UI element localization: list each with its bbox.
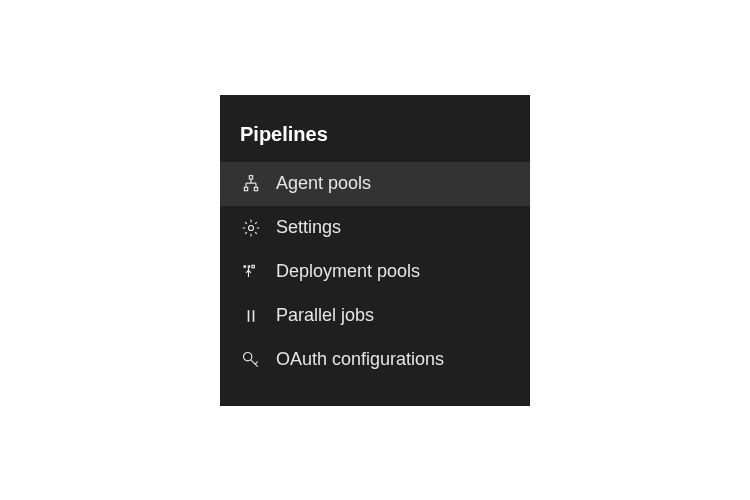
sidebar: Pipelines Agent pools Settings [220, 95, 530, 406]
sidebar-item-label: Deployment pools [276, 261, 420, 282]
key-icon [240, 349, 262, 371]
svg-point-7 [249, 225, 254, 230]
sidebar-item-agent-pools[interactable]: Agent pools [220, 162, 530, 206]
parallel-jobs-icon [240, 305, 262, 327]
svg-rect-1 [244, 187, 247, 190]
svg-line-16 [255, 361, 257, 364]
sidebar-item-parallel-jobs[interactable]: Parallel jobs [220, 294, 530, 338]
sidebar-item-label: Settings [276, 217, 341, 238]
sidebar-item-oauth-configurations[interactable]: OAuth configurations [220, 338, 530, 382]
sidebar-item-deployment-pools[interactable]: Deployment pools [220, 250, 530, 294]
sidebar-title: Pipelines [220, 115, 530, 162]
sidebar-item-label: Parallel jobs [276, 305, 374, 326]
agent-pools-icon [240, 173, 262, 195]
svg-rect-10 [252, 265, 255, 268]
svg-rect-0 [249, 175, 252, 178]
deployment-pools-icon [240, 261, 262, 283]
sidebar-item-label: Agent pools [276, 173, 371, 194]
sidebar-item-settings[interactable]: Settings [220, 206, 530, 250]
sidebar-item-label: OAuth configurations [276, 349, 444, 370]
svg-rect-8 [244, 265, 247, 268]
svg-rect-2 [254, 187, 257, 190]
gear-icon [240, 217, 262, 239]
svg-rect-9 [248, 265, 251, 268]
